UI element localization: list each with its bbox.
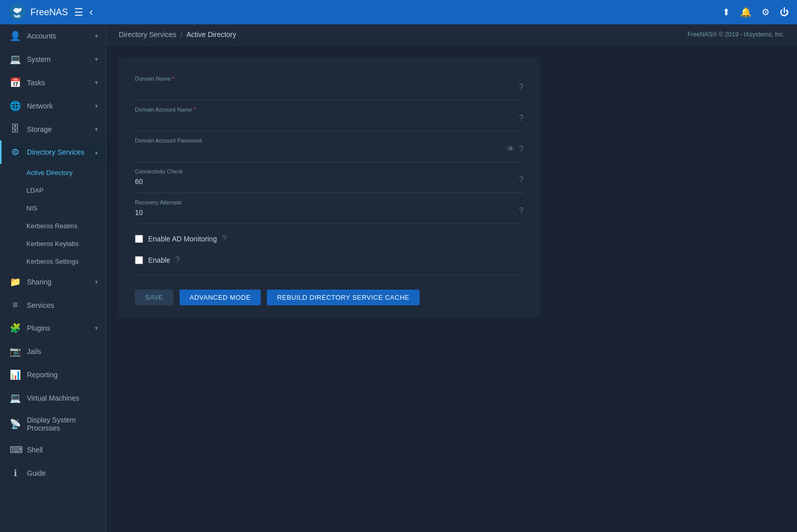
breadcrumb-current: Active Directory: [186, 30, 236, 39]
domain-name-row: Domain Name * ?: [135, 69, 524, 100]
sidebar-item-storage[interactable]: 🗄 Storage ▾: [0, 118, 106, 140]
logo-icon: [8, 3, 26, 21]
breadcrumb-separator: /: [181, 30, 183, 39]
sidebar-item-system[interactable]: 💻 System ▾: [0, 48, 106, 71]
sidebar-item-plugins[interactable]: 🧩 Plugins ▾: [0, 316, 106, 340]
system-chevron: ▾: [95, 56, 98, 63]
sharing-icon: 📁: [10, 276, 21, 288]
enable-row: Enable ?: [135, 250, 524, 271]
sidebar-sub-item-nis[interactable]: NIS: [0, 199, 106, 217]
connectivity-check-input[interactable]: [135, 176, 515, 187]
recovery-attempts-input[interactable]: [135, 207, 515, 218]
sidebar-sub-item-kerberos-keytabs[interactable]: Kerberos Keytabs: [0, 235, 106, 253]
domain-account-name-row: Domain Account Name * ?: [135, 100, 524, 131]
app-name: FreeNAS: [30, 7, 68, 18]
menu-icon[interactable]: ☰: [74, 6, 83, 18]
breadcrumb-bar: Directory Services / Active Directory Fr…: [107, 24, 797, 45]
reporting-icon: 📊: [10, 369, 21, 380]
power-icon[interactable]: ⏻: [780, 7, 789, 18]
button-row: SAVE ADVANCED MODE REBUILD DIRECTORY SER…: [135, 279, 524, 305]
accounts-icon: 👤: [10, 30, 21, 42]
breadcrumb-parent: Directory Services: [119, 30, 177, 39]
display-sys-icon: 📡: [10, 418, 21, 430]
save-button[interactable]: SAVE: [135, 290, 174, 305]
breadcrumb: Directory Services / Active Directory: [119, 30, 236, 39]
sidebar-item-shell[interactable]: ⌨ Shell: [0, 438, 106, 462]
domain-account-password-row: Domain Account Password 👁 ?: [135, 131, 524, 162]
enable-label: Enable: [148, 256, 170, 264]
directory-services-icon: ⚙: [10, 147, 21, 158]
domain-name-field: Domain Name *: [135, 76, 515, 94]
domain-account-name-label: Domain Account Name *: [135, 107, 515, 113]
storage-icon: 🗄: [10, 124, 21, 134]
enable-ad-monitoring-label: Enable AD Monitoring: [148, 235, 217, 243]
sidebar-item-jails[interactable]: 📷 Jails: [0, 340, 106, 363]
recovery-attempts-hint-icon[interactable]: ?: [519, 206, 524, 216]
sidebar-item-directory-services[interactable]: ⚙ Directory Services ▴: [0, 140, 106, 164]
sidebar-sub-item-active-directory[interactable]: Active Directory: [0, 164, 106, 182]
connectivity-check-row: Connectivity Check ?: [135, 162, 524, 193]
enable-ad-monitoring-hint-icon[interactable]: ?: [222, 234, 226, 243]
enable-ad-monitoring-checkbox[interactable]: [135, 235, 143, 243]
storage-chevron: ▾: [95, 126, 98, 133]
back-icon[interactable]: ‹: [89, 6, 93, 19]
guide-icon: ℹ: [10, 468, 21, 479]
services-icon: ≡: [10, 300, 21, 310]
sidebar-item-reporting[interactable]: 📊 Reporting: [0, 363, 106, 386]
connectivity-check-label: Connectivity Check: [135, 168, 515, 174]
domain-account-password-hint-icon[interactable]: ?: [519, 145, 524, 154]
domain-account-password-input[interactable]: [135, 146, 503, 156]
tasks-chevron: ▾: [95, 79, 98, 86]
plugins-icon: 🧩: [10, 323, 21, 334]
rebuild-cache-button[interactable]: REBUILD DIRECTORY SERVICE CACHE: [267, 290, 420, 305]
sidebar-item-tasks[interactable]: 📅 Tasks ▾: [0, 71, 106, 94]
password-visibility-icon[interactable]: 👁: [507, 145, 515, 154]
enable-ad-monitoring-row: Enable AD Monitoring ?: [135, 228, 524, 250]
connectivity-check-hint-icon[interactable]: ?: [519, 175, 524, 185]
top-nav-left: FreeNAS ☰ ‹: [8, 3, 93, 21]
domain-account-name-hint-icon[interactable]: ?: [519, 114, 524, 123]
advanced-mode-button[interactable]: ADVANCED MODE: [180, 290, 261, 305]
shell-icon: ⌨: [10, 444, 21, 455]
sidebar-item-accounts[interactable]: 👤 Accounts ▾: [0, 24, 106, 48]
sidebar-sub-item-kerberos-realms[interactable]: Kerberos Realms: [0, 217, 106, 235]
accounts-chevron: ▾: [95, 32, 98, 40]
domain-name-hint-icon[interactable]: ?: [519, 83, 524, 92]
domain-account-name-input[interactable]: [135, 115, 515, 125]
jails-icon: 📷: [10, 346, 21, 357]
form-divider: [135, 275, 524, 275]
vm-icon: 💻: [10, 393, 21, 404]
bell-icon[interactable]: 🔔: [740, 7, 751, 18]
recovery-attempts-row: Recovery Attempts ?: [135, 193, 524, 224]
sidebar-item-sharing[interactable]: 📁 Sharing ▾: [0, 270, 106, 294]
gear-icon[interactable]: ⚙: [761, 7, 770, 18]
sidebar-item-services[interactable]: ≡ Services: [0, 294, 106, 316]
sidebar-sub-item-kerberos-settings[interactable]: Kerberos Settings: [0, 253, 106, 270]
enable-hint-icon[interactable]: ?: [176, 256, 180, 265]
logo: FreeNAS: [8, 3, 68, 21]
network-chevron: ▾: [95, 102, 98, 110]
recovery-attempts-label: Recovery Attempts: [135, 199, 515, 205]
form-card: Domain Name * ? Domain Account Name * ?: [119, 57, 540, 317]
sidebar: 👤 Accounts ▾ 💻 System ▾ 📅 Tasks ▾ 🌐 Netw…: [0, 24, 107, 532]
domain-account-name-field: Domain Account Name *: [135, 107, 515, 125]
domain-name-input[interactable]: [135, 84, 515, 94]
directory-services-chevron: ▴: [95, 149, 98, 156]
top-nav: FreeNAS ☰ ‹ ⬆ 🔔 ⚙ ⏻: [0, 0, 797, 24]
sidebar-item-network[interactable]: 🌐 Network ▾: [0, 94, 106, 118]
sidebar-sub-item-ldap[interactable]: LDAP: [0, 182, 106, 199]
copyright: FreeNAS® © 2019 - iXsystems, Inc.: [687, 31, 785, 38]
sidebar-item-virtual-machines[interactable]: 💻 Virtual Machines: [0, 386, 106, 410]
recovery-attempts-field: Recovery Attempts: [135, 199, 515, 218]
connectivity-check-field: Connectivity Check: [135, 168, 515, 187]
sidebar-item-guide[interactable]: ℹ Guide: [0, 462, 106, 485]
sharing-chevron: ▾: [95, 278, 98, 286]
enable-checkbox[interactable]: [135, 256, 143, 264]
domain-account-password-field: Domain Account Password: [135, 137, 503, 156]
sidebar-item-display-system-processes[interactable]: 📡 Display System Processes: [0, 410, 106, 438]
upload-icon[interactable]: ⬆: [722, 7, 730, 18]
system-icon: 💻: [10, 54, 21, 65]
main-content: Directory Services / Active Directory Fr…: [107, 24, 797, 532]
plugins-chevron: ▾: [95, 325, 98, 332]
network-icon: 🌐: [10, 100, 21, 112]
